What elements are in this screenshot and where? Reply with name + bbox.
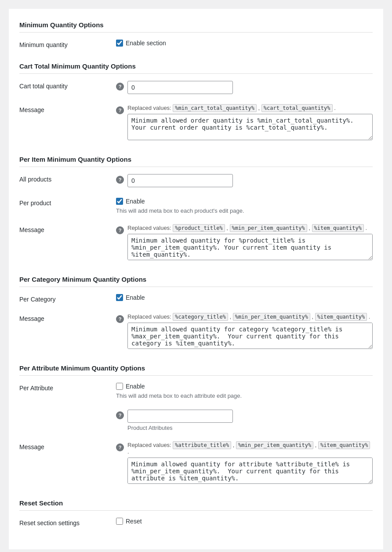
- attr-replaced-val-2: %min_per_item_quantity%: [236, 441, 313, 449]
- cart-total-qty-input[interactable]: [127, 81, 233, 94]
- cart-total-message-help-icon[interactable]: ?: [116, 106, 124, 114]
- cart-replaced-val-2: %cart_total_quantity%: [261, 104, 333, 112]
- all-products-with-help: ?: [116, 174, 373, 187]
- min-quantity-checkbox[interactable]: [116, 40, 123, 47]
- per-attribute-message-row: Message ? Replaced values: %attribute_ti…: [19, 442, 373, 489]
- product-attributes-label-empty: [19, 410, 116, 411]
- per-attribute-control: Enable This will add meta box to each at…: [116, 383, 373, 399]
- min-quantity-title: Minimum Quantity Options: [19, 21, 373, 33]
- item-replaced-val-1: %product_title%: [173, 224, 225, 232]
- per-item-message-textarea[interactable]: Minimum allowed quantity for %product_ti…: [127, 234, 373, 260]
- per-category-message-help-icon[interactable]: ?: [116, 315, 124, 323]
- per-attribute-message-help-icon[interactable]: ?: [116, 443, 124, 451]
- all-products-help-content: [127, 174, 373, 187]
- reset-checkbox[interactable]: [116, 518, 123, 525]
- cart-total-qty-control: ?: [116, 81, 373, 94]
- category-replaced-val-1: %category_title%: [173, 313, 228, 321]
- cart-total-qty-row: Cart total quantity ?: [19, 81, 373, 98]
- per-product-checkbox-label[interactable]: Enable: [126, 198, 145, 205]
- attr-replaced-val-3: %item_quantity%: [318, 441, 370, 449]
- cart-total-title: Cart Total Minimum Quantity Options: [19, 62, 373, 74]
- per-category-message-textarea[interactable]: Minimum allowed quantity for category %c…: [127, 323, 373, 349]
- product-attributes-control: ? Product Attributes: [116, 410, 373, 431]
- cart-replaced-val-1: %min_cart_total_quantity%: [173, 104, 257, 112]
- category-replaced-val-2: %min_per_item_quantity%: [233, 313, 310, 321]
- per-attribute-checkbox[interactable]: [116, 383, 123, 390]
- reset-checkbox-label[interactable]: Reset: [126, 518, 142, 525]
- per-category-control: Enable: [116, 294, 373, 301]
- reset-checkbox-row: Reset: [116, 518, 373, 525]
- cart-total-qty-help-content: [127, 81, 373, 94]
- replaced-prefix: Replaced values:: [127, 105, 171, 111]
- per-category-message-help-content: Replaced values: %category_title% , %min…: [127, 313, 373, 350]
- per-item-message-help-icon[interactable]: ?: [116, 226, 124, 234]
- per-item-replaced-prefix: Replaced values:: [127, 225, 171, 231]
- per-item-message-row: Message ? Replaced values: %product_titl…: [19, 225, 373, 265]
- per-attribute-checkbox-row: Enable: [116, 383, 373, 390]
- per-attribute-title: Per Attribute Minimum Quantity Options: [19, 364, 373, 376]
- per-item-title: Per Item Minimum Quantity Options: [19, 156, 373, 167]
- cart-total-with-help: ?: [116, 81, 373, 94]
- per-product-control: Enable This will add meta box to each pr…: [116, 198, 373, 214]
- all-products-label: All products: [19, 174, 116, 183]
- page-wrapper: Minimum Quantity Options Minimum quantit…: [9, 9, 383, 549]
- cart-total-message-with-help: ? Replaced values: %min_cart_total_quant…: [116, 105, 373, 142]
- category-replaced-val-3: %item_quantity%: [315, 313, 367, 321]
- per-attribute-message-textarea[interactable]: Minimum allowed quantity for attribute %…: [127, 458, 373, 484]
- product-attributes-input[interactable]: [127, 410, 233, 423]
- product-attributes-help-content: Product Attributes: [127, 410, 373, 431]
- per-item-section: Per Item Minimum Quantity Options All pr…: [19, 156, 373, 265]
- all-products-row: All products ?: [19, 174, 373, 191]
- reset-label: Reset section settings: [19, 518, 116, 527]
- per-category-checkbox-row: Enable: [116, 294, 373, 301]
- per-attribute-section: Per Attribute Minimum Quantity Options P…: [19, 364, 373, 489]
- per-category-message-control: ? Replaced values: %category_title% , %m…: [116, 313, 373, 350]
- per-attribute-message-control: ? Replaced values: %attribute_title% , %…: [116, 442, 373, 485]
- per-attribute-label: Per Attribute: [19, 383, 116, 392]
- product-attributes-sublabel: Product Attributes: [127, 425, 373, 431]
- per-attribute-row: Per Attribute Enable This will add meta …: [19, 383, 373, 403]
- reset-row: Reset section settings Reset: [19, 518, 373, 530]
- per-category-replaced-prefix: Replaced values:: [127, 313, 171, 320]
- all-products-input[interactable]: [127, 174, 233, 187]
- per-product-checkbox-row: Enable: [116, 198, 373, 205]
- min-quantity-checkbox-row: Enable section: [116, 40, 373, 47]
- per-category-message-label: Message: [19, 313, 116, 322]
- per-category-replaced-values: Replaced values: %category_title% , %min…: [127, 313, 373, 320]
- all-products-help-icon[interactable]: ?: [116, 176, 124, 184]
- per-attribute-replaced-values: Replaced values: %attribute_title% , %mi…: [127, 442, 373, 455]
- per-category-message-row: Message ? Replaced values: %category_tit…: [19, 313, 373, 354]
- per-attribute-message-help-content: Replaced values: %attribute_title% , %mi…: [127, 442, 373, 485]
- per-category-message-with-help: ? Replaced values: %category_title% , %m…: [116, 313, 373, 350]
- per-attribute-checkbox-label[interactable]: Enable: [126, 383, 145, 390]
- min-quantity-label: Minimum quantity: [19, 40, 116, 48]
- min-quantity-section: Minimum Quantity Options Minimum quantit…: [19, 21, 373, 52]
- item-replaced-val-3: %item_quantity%: [312, 224, 364, 232]
- product-attributes-help-icon[interactable]: ?: [116, 411, 124, 419]
- reset-section: Reset Section Reset section settings Res…: [19, 499, 373, 530]
- per-item-replaced-values: Replaced values: %product_title% , %min_…: [127, 225, 373, 231]
- per-category-checkbox-label[interactable]: Enable: [126, 294, 145, 301]
- per-attribute-message-label: Message: [19, 442, 116, 450]
- per-category-label: Per Category: [19, 294, 116, 303]
- cart-total-replaced-values: Replaced values: %min_cart_total_quantit…: [127, 105, 373, 111]
- min-quantity-row: Minimum quantity Enable section: [19, 40, 373, 52]
- per-item-message-help-content: Replaced values: %product_title% , %min_…: [127, 225, 373, 261]
- cart-total-message-textarea[interactable]: Minimum allowed order quantity is %min_c…: [127, 114, 373, 140]
- per-item-message-label: Message: [19, 225, 116, 233]
- per-attribute-help-text: This will add meta box to each attribute…: [116, 392, 373, 399]
- per-product-checkbox[interactable]: [116, 198, 123, 205]
- cart-total-message-row: Message ? Replaced values: %min_cart_tot…: [19, 105, 373, 145]
- per-product-help-text: This will add meta box to each product's…: [116, 207, 373, 214]
- per-product-label: Per product: [19, 198, 116, 207]
- cart-total-message-label: Message: [19, 105, 116, 113]
- per-item-message-control: ? Replaced values: %product_title% , %mi…: [116, 225, 373, 261]
- all-products-control: ?: [116, 174, 373, 187]
- cart-total-message-help-content: Replaced values: %min_cart_total_quantit…: [127, 105, 373, 142]
- per-item-message-with-help: ? Replaced values: %product_title% , %mi…: [116, 225, 373, 261]
- min-quantity-checkbox-label[interactable]: Enable section: [126, 40, 166, 47]
- per-category-checkbox[interactable]: [116, 294, 123, 301]
- cart-total-section: Cart Total Minimum Quantity Options Cart…: [19, 62, 373, 145]
- cart-total-qty-help-icon[interactable]: ?: [116, 83, 124, 91]
- per-attribute-message-with-help: ? Replaced values: %attribute_title% , %…: [116, 442, 373, 485]
